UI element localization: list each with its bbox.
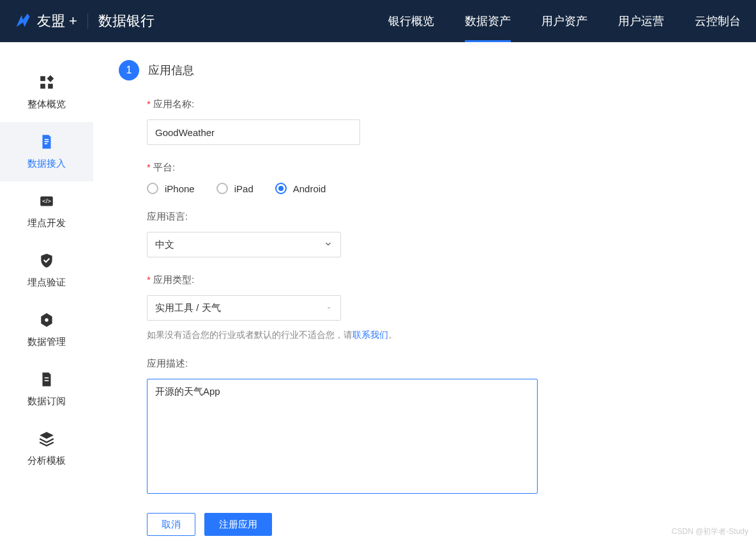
sidebar-item-subscribe[interactable]: 数据订阅: [0, 360, 93, 419]
type-select[interactable]: 实用工具 / 天气: [147, 295, 341, 321]
type-hint: 如果没有适合您的行业或者默认的行业不适合您，请联系我们。: [147, 330, 527, 341]
subtitle: 数据银行: [98, 11, 155, 31]
sidebar-item-manage[interactable]: 数据管理: [0, 300, 93, 360]
sidebar-item-access[interactable]: 数据接入: [0, 122, 93, 181]
radio-android[interactable]: Android: [275, 183, 326, 194]
logo-icon: [14, 12, 32, 30]
field-type: 应用类型: 实用工具 / 天气 如果没有适合您的行业或者默认的行业不适合您，请联…: [147, 274, 527, 341]
radio-ipad[interactable]: iPad: [216, 183, 253, 194]
contact-link[interactable]: 联系我们: [352, 330, 388, 340]
header-left: 友盟 + 数据银行: [0, 11, 155, 31]
radio-label: Android: [293, 183, 326, 194]
svg-rect-5: [45, 141, 49, 142]
svg-point-9: [45, 318, 48, 321]
svg-rect-6: [45, 143, 47, 144]
cancel-button[interactable]: 取消: [147, 513, 195, 536]
shield-icon: [38, 252, 55, 269]
language-select[interactable]: 中文: [147, 232, 341, 257]
platform-label: 平台:: [147, 162, 527, 174]
sidebar-item-label: 埋点开发: [27, 217, 66, 229]
radio-label: iPad: [234, 183, 253, 194]
code-icon: </>: [38, 193, 55, 210]
sidebar: 整体概览 数据接入 </> 埋点开发 埋点验证 数据管理 数据订阅 分析模板: [0, 42, 93, 541]
nav-console[interactable]: 云控制台: [695, 0, 741, 42]
sidebar-item-label: 数据订阅: [27, 395, 66, 408]
file-icon: [38, 133, 55, 150]
sidebar-item-verify[interactable]: 埋点验证: [0, 241, 93, 300]
svg-rect-2: [40, 84, 45, 89]
sidebar-item-label: 埋点验证: [27, 277, 66, 289]
step-title: 应用信息: [148, 63, 194, 78]
select-value: 中文: [155, 239, 174, 251]
grid-icon: [38, 74, 55, 91]
step-badge: 1: [119, 60, 139, 80]
chevron-down-icon: [324, 240, 333, 250]
sidebar-item-label: 数据管理: [27, 336, 66, 348]
radio-icon: [147, 183, 158, 194]
top-nav: 银行概览 数据资产 用户资产 用户运营 云控制台: [388, 0, 756, 42]
radio-icon: [275, 183, 287, 194]
svg-rect-3: [48, 84, 53, 89]
radio-iphone[interactable]: iPhone: [147, 183, 195, 194]
field-platform: 平台: iPhone iPad Android: [147, 162, 527, 194]
sidebar-item-label: 整体概览: [27, 98, 66, 110]
sidebar-item-label: 数据接入: [27, 158, 66, 170]
form-actions: 取消 注册应用: [147, 513, 527, 536]
field-desc: 应用描述:: [147, 358, 527, 496]
svg-rect-1: [47, 75, 54, 82]
nav-data-assets[interactable]: 数据资产: [465, 0, 511, 42]
nav-overview[interactable]: 银行概览: [388, 0, 434, 42]
submit-button[interactable]: 注册应用: [204, 513, 272, 536]
brand: 友盟 +: [37, 11, 77, 31]
form: 应用名称: 平台: iPhone iPad Android: [119, 98, 527, 536]
header: 友盟 + 数据银行 银行概览 数据资产 用户资产 用户运营 云控制台: [0, 0, 756, 42]
desc-label: 应用描述:: [147, 358, 527, 370]
field-app-name: 应用名称:: [147, 98, 527, 145]
nav-user-assets[interactable]: 用户资产: [541, 0, 587, 42]
sidebar-item-overview[interactable]: 整体概览: [0, 63, 93, 122]
step-header: 1 应用信息: [119, 60, 730, 80]
svg-rect-11: [45, 380, 49, 381]
language-label: 应用语言:: [147, 211, 527, 223]
sidebar-item-template[interactable]: 分析模板: [0, 419, 93, 478]
svg-text:</>: </>: [42, 197, 51, 204]
radio-icon: [216, 183, 228, 194]
desc-textarea[interactable]: [147, 379, 538, 494]
svg-rect-4: [45, 139, 49, 141]
hex-icon: [38, 312, 55, 328]
layers-icon: [38, 431, 55, 447]
divider: [87, 13, 88, 29]
svg-rect-0: [40, 76, 45, 81]
chevron-down-icon: [325, 303, 333, 314]
platform-radio-group: iPhone iPad Android: [147, 183, 527, 194]
app-name-input[interactable]: [147, 119, 360, 145]
app-name-label: 应用名称:: [147, 98, 527, 110]
watermark: CSDN @初学者-Study: [672, 526, 748, 537]
field-language: 应用语言: 中文: [147, 211, 527, 257]
doc-icon: [38, 371, 55, 388]
nav-user-ops[interactable]: 用户运营: [618, 0, 664, 42]
svg-rect-10: [45, 377, 49, 379]
radio-label: iPhone: [165, 183, 195, 194]
select-value: 实用工具 / 天气: [155, 302, 221, 314]
type-label: 应用类型:: [147, 274, 527, 286]
sidebar-item-dev[interactable]: </> 埋点开发: [0, 181, 93, 241]
sidebar-item-label: 分析模板: [27, 455, 66, 467]
main-content: 1 应用信息 应用名称: 平台: iPhone iPad: [93, 42, 756, 541]
